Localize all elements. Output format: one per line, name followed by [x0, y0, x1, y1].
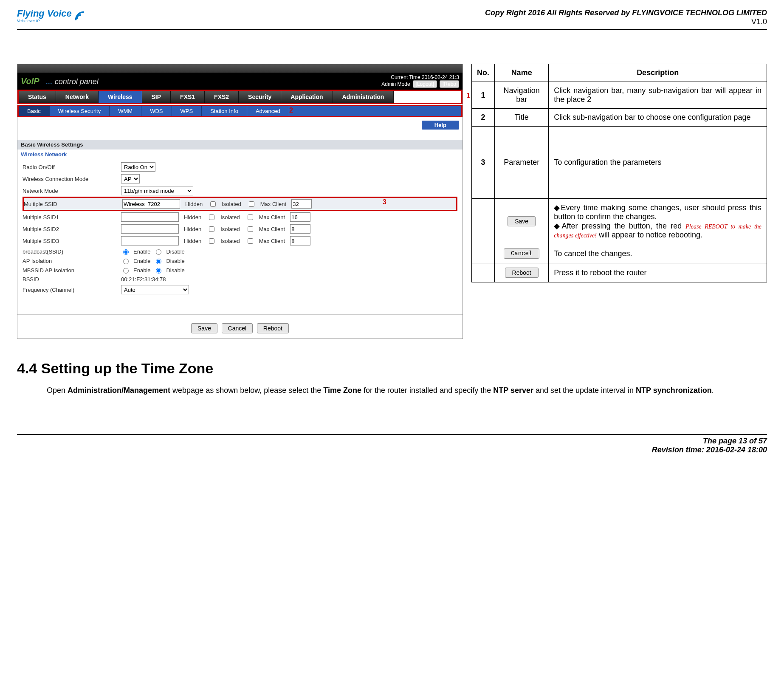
router-header: VoIP control panel Current Time 2016-02-… [17, 73, 463, 90]
mssid2-isolated-checkbox[interactable] [248, 226, 253, 232]
hdr-no: No. [472, 64, 495, 82]
section-title: Basic Wireless Settings [17, 140, 463, 150]
r2-desc: Click sub-navigation bar to choose one c… [549, 109, 767, 127]
mssid3-hidden-checkbox[interactable] [209, 238, 214, 244]
body-d: Time Zone [323, 386, 361, 395]
maxclient-label1: Max Client [259, 214, 285, 220]
footer-buttons: Save Cancel Reboot [17, 314, 463, 338]
nav-tab-fxs1[interactable]: FXS1 [171, 91, 205, 103]
header-right: Current Time 2016-02-24 21:3 Admin Mode … [381, 74, 459, 88]
subnav-tab-wmm[interactable]: WMM [110, 106, 141, 116]
broadcast-disable-radio[interactable] [156, 249, 161, 255]
subnav-tab-wds[interactable]: WDS [141, 106, 172, 116]
nm-select[interactable]: 11b/g/n mixed mode [121, 186, 193, 195]
row-freq: Frequency (Channel) Auto [23, 284, 457, 296]
mssid1-isolated-checkbox[interactable] [248, 214, 253, 220]
r5-desc: To cancel the changes. [549, 244, 767, 263]
mssid2-input[interactable] [121, 224, 179, 234]
section-subtitle: Wireless Network [17, 150, 463, 159]
logout-button[interactable]: [Logout] [413, 80, 437, 88]
help-button[interactable]: Help [422, 121, 459, 130]
freq-label: Frequency (Channel) [23, 287, 116, 293]
disable-label: Disable [166, 248, 184, 255]
mssid1-hidden-checkbox[interactable] [209, 214, 214, 220]
mssid-input[interactable] [122, 199, 180, 209]
subnav-tab-station-info[interactable]: Station Info [202, 106, 247, 116]
r5-no-empty [472, 244, 495, 263]
mssid3-isolated-checkbox[interactable] [248, 238, 253, 244]
mssid2-maxclient-input[interactable] [290, 224, 310, 234]
page-header: Flying Voice Voice over IP Copy Right 20… [17, 8, 767, 30]
subnav-tab-advanced[interactable]: Advanced [247, 106, 289, 116]
table-row: Cancel To cancel the changes. [472, 244, 767, 263]
apiso-enable-radio[interactable] [123, 259, 129, 264]
bssid-value: 00:21:F2:31:34:78 [121, 276, 166, 282]
mssid2-hidden-checkbox[interactable] [209, 226, 214, 232]
freq-select[interactable]: Auto [121, 285, 189, 294]
subnav-tab-wireless-security[interactable]: Wireless Security [50, 106, 110, 116]
body-f: NTP server [493, 386, 533, 395]
wcm-select[interactable]: AP [121, 174, 140, 183]
nav-tab-network[interactable]: Network [56, 91, 99, 103]
nav-tab-fxs2[interactable]: FXS2 [205, 91, 239, 103]
r2-no: 2 [472, 109, 495, 127]
isolated-label2: Isolated [220, 226, 240, 232]
mssid3-maxclient-input[interactable] [290, 236, 310, 245]
mssid-maxclient-input[interactable] [291, 199, 312, 209]
r1-name: Navigation bar [495, 82, 549, 109]
section-body: Open Administration/Management webpage a… [47, 385, 767, 396]
r1-no: 1 [472, 82, 495, 109]
save-img-button: Save [508, 216, 536, 226]
r6-desc: Press it to reboot the router [549, 263, 767, 282]
body-e: for the router installed and specify the [361, 386, 493, 395]
callout-marker-2: 2 [289, 107, 293, 114]
mssid-isolated-checkbox[interactable] [249, 201, 254, 207]
r4-img: Save [495, 199, 549, 244]
nav-tab-wireless[interactable]: Wireless [99, 91, 142, 103]
save-button[interactable]: Save [191, 323, 217, 333]
mssid3-input[interactable] [121, 236, 179, 245]
row-mssid1: Multiple SSID1 Hidden Isolated Max Clien… [23, 211, 457, 223]
row-mssid2: Multiple SSID2 Hidden Isolated Max Clien… [23, 223, 457, 235]
table-row: Save Every time making some changes, use… [472, 199, 767, 244]
copyright-block: Copy Right 2016 All Rights Reserved by F… [485, 8, 767, 26]
wcm-label: Wireless Connection Mode [23, 176, 116, 182]
nm-label: Network Mode [23, 188, 116, 194]
mbssid-enable-radio[interactable] [123, 268, 129, 274]
nav-tab-application[interactable]: Application [281, 91, 333, 103]
nav-tab-administration[interactable]: Administration [333, 91, 394, 103]
current-time-value: 2016-02-24 21:3 [422, 74, 459, 80]
mssid1-maxclient-input[interactable] [290, 212, 310, 222]
cancel-button[interactable]: Cancel [222, 323, 253, 333]
callout-marker-3: 3 [383, 198, 386, 206]
maxclient-label: Max Client [260, 201, 286, 207]
r4-d1: Every time making some changes, user sho… [554, 203, 761, 221]
logo-subtext: Voice over IP [17, 19, 72, 23]
mssid-hidden-checkbox[interactable] [210, 201, 216, 207]
nav-tab-sip[interactable]: SIP [142, 91, 171, 103]
mssid1-input[interactable] [121, 212, 179, 222]
reboot-top-button[interactable]: [Rebo [440, 80, 459, 88]
body-c: webpage as shown below, please select th… [170, 386, 323, 395]
nav-tab-status[interactable]: Status [19, 91, 56, 103]
broadcast-enable-radio[interactable] [123, 249, 129, 255]
table-row: 2 Title Click sub-navigation bar to choo… [472, 109, 767, 127]
apiso-label: AP Isolation [23, 258, 116, 264]
mbssid-disable-radio[interactable] [156, 268, 161, 274]
router-screenshot: VoIP control panel Current Time 2016-02-… [17, 64, 463, 339]
reboot-button[interactable]: Reboot [257, 323, 289, 333]
row-mssid-highlight: Multiple SSID Hidden Isolated Max Client [23, 197, 457, 211]
apiso-disable-radio[interactable] [156, 259, 161, 264]
body-b: Administration/Management [68, 386, 170, 395]
radio-label: Radio On/Off [23, 164, 116, 170]
voip-label: VoIP [21, 76, 39, 86]
radio-select[interactable]: Radio On [121, 162, 155, 172]
titlebar-gradient [17, 64, 463, 73]
hidden-label1: Hidden [184, 214, 201, 220]
bullet-diamond-icon [554, 222, 561, 230]
subnav-tab-wps[interactable]: WPS [172, 106, 202, 116]
subnav-tab-basic[interactable]: Basic [19, 106, 50, 116]
nav-tab-security[interactable]: Security [239, 91, 281, 103]
enable-label3: Enable [133, 267, 150, 274]
row-apiso: AP Isolation Enable Disable [23, 256, 457, 265]
